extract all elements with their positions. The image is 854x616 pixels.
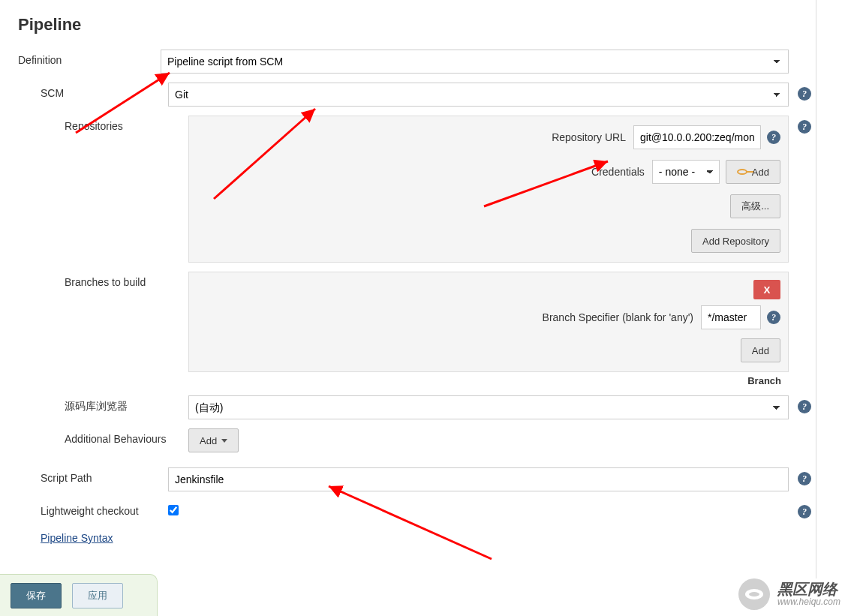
repositories-box: Repository URL ? Credentials - none - [188, 116, 789, 263]
definition-select[interactable]: Pipeline script from SCM [161, 50, 789, 74]
lightweight-label: Lightweight checkout [41, 500, 168, 517]
watermark-title: 黑区网络 [777, 581, 840, 597]
apply-button[interactable]: 应用 [72, 583, 123, 608]
delete-branch-button[interactable]: X [753, 280, 780, 299]
add-branch-button[interactable]: Add [741, 338, 780, 362]
script-path-input[interactable] [168, 467, 789, 491]
watermark-url: www.heiqu.com [777, 597, 840, 607]
key-icon [737, 169, 747, 175]
help-icon[interactable]: ? [798, 400, 811, 413]
repo-url-input[interactable] [633, 125, 761, 149]
branch-specifier-label: Branch Specifier (blank for 'any') [543, 311, 693, 323]
branches-label: Branches to build [65, 272, 188, 288]
lightweight-checkbox[interactable] [168, 505, 179, 515]
script-path-label: Script Path [41, 467, 168, 484]
watermark-logo-icon [738, 578, 770, 610]
repo-browser-label: 源码库浏览器 [65, 395, 188, 413]
branches-box: X Branch Specifier (blank for 'any') ? A… [188, 272, 789, 372]
save-button[interactable]: 保存 [11, 583, 62, 608]
help-icon[interactable]: ? [798, 120, 811, 134]
definition-label: Definition [18, 50, 161, 66]
watermark: 黑区网络 www.heiqu.com [738, 578, 840, 610]
help-icon[interactable]: ? [767, 131, 780, 144]
help-icon[interactable]: ? [798, 87, 811, 101]
additional-label: Additional Behaviours [65, 428, 188, 445]
scm-select[interactable]: Git [168, 83, 789, 107]
section-title: Pipeline [18, 15, 811, 35]
credentials-select[interactable]: - none - [652, 160, 720, 184]
help-icon[interactable]: ? [798, 505, 811, 518]
add-repository-button[interactable]: Add Repository [691, 229, 780, 253]
add-behaviour-button[interactable]: Add [188, 428, 239, 452]
repositories-label: Repositories [65, 116, 188, 132]
credentials-label: Credentials [591, 166, 645, 178]
advanced-button[interactable]: 高级... [730, 194, 780, 218]
repo-browser-select[interactable]: (自动) [188, 395, 789, 419]
help-icon[interactable]: ? [798, 472, 811, 485]
branch-specifier-input[interactable] [701, 305, 761, 329]
scm-label: SCM [41, 83, 168, 99]
footer-bar: 保存 应用 [0, 574, 158, 616]
branch-footer-label: Branch [188, 372, 789, 386]
add-credentials-button[interactable]: Add [726, 160, 780, 184]
pipeline-syntax-link[interactable]: Pipeline Syntax [41, 532, 113, 544]
svg-point-5 [749, 592, 759, 596]
help-icon[interactable]: ? [767, 311, 780, 324]
repo-url-label: Repository URL [552, 131, 626, 143]
chevron-down-icon [221, 439, 227, 443]
